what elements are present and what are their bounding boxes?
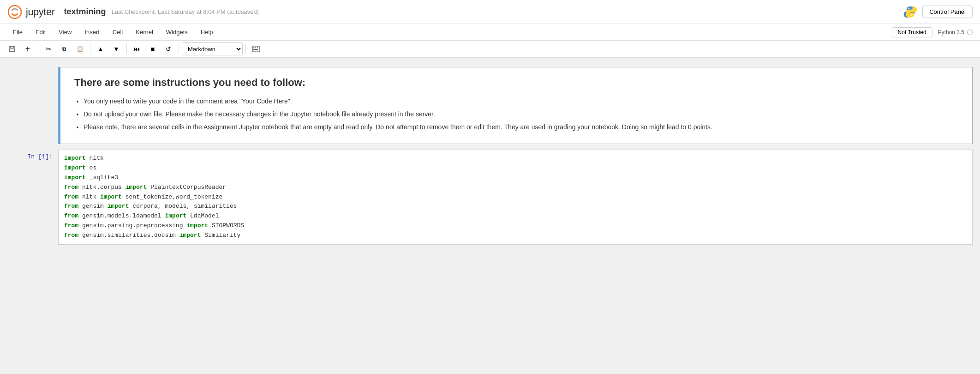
cell-active-indicator bbox=[59, 67, 60, 144]
svg-rect-5 bbox=[10, 49, 14, 51]
header: jupyter textmining Last Checkpoint: Last… bbox=[0, 0, 980, 24]
notebook-title[interactable]: textmining bbox=[64, 7, 106, 17]
svg-rect-9 bbox=[257, 48, 258, 48]
svg-point-2 bbox=[911, 14, 913, 16]
restart-button[interactable]: ↺ bbox=[161, 42, 176, 55]
code-editor[interactable]: import nltk import os import _sqlite3 fr… bbox=[59, 150, 972, 244]
notebook-container: There are some instructions you need to … bbox=[0, 58, 980, 255]
toolbar-separator-1 bbox=[38, 43, 38, 54]
markdown-content: There are some instructions you need to … bbox=[59, 67, 972, 144]
jupyter-logo-icon bbox=[7, 5, 22, 19]
jupyter-wordmark: jupyter bbox=[26, 6, 55, 18]
toolbar-separator-4 bbox=[179, 43, 179, 54]
keyboard-shortcuts-button[interactable] bbox=[249, 42, 263, 55]
svg-rect-8 bbox=[255, 48, 256, 48]
svg-rect-10 bbox=[253, 49, 258, 50]
code-line-5: from nltk import sent_tokenize,word_toke… bbox=[64, 193, 967, 202]
bullet-2: Do not upload your own file. Please make… bbox=[84, 109, 958, 120]
markdown-cell: There are some instructions you need to … bbox=[7, 67, 973, 144]
bullet-1: You only need to write your code in the … bbox=[84, 96, 958, 107]
control-panel-button[interactable]: Control Panel bbox=[922, 6, 973, 18]
code-line-3: import _sqlite3 bbox=[64, 173, 967, 183]
code-line-4: from nltk.corpus import PlaintextCorpusR… bbox=[64, 183, 967, 193]
logo-area: jupyter bbox=[7, 5, 55, 19]
cell-prompt-code: In [1]: bbox=[7, 150, 58, 160]
skip-to-top-button[interactable]: ⏮ bbox=[130, 42, 144, 55]
bullet-3: Please note, there are several cells in … bbox=[84, 122, 958, 133]
menu-view[interactable]: View bbox=[53, 27, 77, 37]
menu-widgets[interactable]: Widgets bbox=[161, 27, 193, 37]
paste-button[interactable]: 📋 bbox=[72, 42, 87, 55]
checkpoint-info: Last Checkpoint: Last Saturday at 8:04 P… bbox=[112, 8, 259, 15]
markdown-heading: There are some instructions you need to … bbox=[74, 77, 958, 89]
toolbar-separator-5 bbox=[245, 43, 246, 54]
cell-prompt-markdown bbox=[7, 67, 58, 71]
copy-button[interactable]: ⧉ bbox=[57, 42, 72, 55]
add-cell-button[interactable]: + bbox=[20, 42, 35, 55]
move-down-button[interactable]: ▼ bbox=[109, 42, 124, 55]
menubar-right: Not Trusted Python 3.5 bbox=[892, 27, 973, 37]
svg-rect-4 bbox=[11, 46, 13, 48]
code-line-1: import nltk bbox=[64, 154, 967, 163]
toolbar: + ✂ ⧉ 📋 ▲ ▼ ⏮ ■ ↺ Markdown Code Raw NBCo… bbox=[0, 41, 980, 58]
kernel-status-circle bbox=[967, 30, 973, 35]
code-cell: In [1]: import nltk import os import _sq… bbox=[7, 150, 973, 244]
code-line-7: from gensim.models.ldamodel import LdaMo… bbox=[64, 211, 967, 221]
code-cell-content[interactable]: import nltk import os import _sqlite3 fr… bbox=[58, 150, 973, 244]
code-line-6: from gensim import corpora, models, simi… bbox=[64, 202, 967, 211]
python-logo-icon bbox=[903, 5, 918, 19]
menu-insert[interactable]: Insert bbox=[79, 27, 105, 37]
svg-rect-7 bbox=[253, 48, 254, 48]
save-icon bbox=[8, 45, 16, 53]
svg-rect-6 bbox=[252, 46, 260, 52]
menu-file[interactable]: File bbox=[7, 27, 28, 37]
svg-point-1 bbox=[908, 8, 910, 9]
kernel-label: Python 3.5 bbox=[938, 29, 964, 36]
menu-cell[interactable]: Cell bbox=[107, 27, 128, 37]
code-line-8: from gensim.parsing.preprocessing import… bbox=[64, 221, 967, 231]
toolbar-separator-2 bbox=[90, 43, 90, 54]
menubar: File Edit View Insert Cell Kernel Widget… bbox=[0, 24, 980, 41]
menu-kernel[interactable]: Kernel bbox=[130, 27, 159, 37]
keyboard-icon bbox=[252, 46, 260, 52]
not-trusted-button[interactable]: Not Trusted bbox=[892, 27, 932, 37]
code-line-9: from gensim.similarities.docsim import S… bbox=[64, 231, 967, 241]
markdown-bullets: You only need to write your code in the … bbox=[74, 96, 958, 133]
kernel-info: Python 3.5 bbox=[938, 29, 973, 36]
stop-button[interactable]: ■ bbox=[145, 42, 160, 55]
move-up-button[interactable]: ▲ bbox=[93, 42, 108, 55]
code-line-2: import os bbox=[64, 163, 967, 173]
save-button[interactable] bbox=[5, 42, 19, 55]
menu-edit[interactable]: Edit bbox=[30, 27, 51, 37]
svg-point-0 bbox=[8, 6, 21, 18]
menu-help[interactable]: Help bbox=[195, 27, 219, 37]
header-right: Control Panel bbox=[903, 5, 973, 19]
cell-type-select[interactable]: Markdown Code Raw NBConvert Heading bbox=[182, 42, 243, 55]
cut-button[interactable]: ✂ bbox=[41, 42, 56, 55]
toolbar-separator-3 bbox=[126, 43, 127, 54]
